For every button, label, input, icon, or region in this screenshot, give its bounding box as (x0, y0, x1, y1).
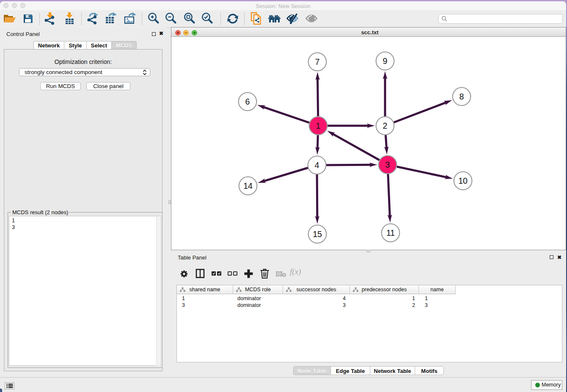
svg-text:9: 9 (383, 56, 388, 66)
svg-text:2: 2 (383, 121, 388, 130)
svg-text:10: 10 (458, 176, 468, 185)
svg-text:14: 14 (243, 181, 253, 190)
svg-text:4: 4 (315, 160, 319, 170)
svg-text:3: 3 (385, 160, 390, 169)
svg-text:1: 1 (316, 121, 321, 130)
svg-text:7: 7 (315, 57, 320, 66)
svg-text:8: 8 (460, 92, 464, 101)
svg-text:6: 6 (245, 97, 250, 106)
svg-text:11: 11 (386, 228, 395, 237)
svg-text:15: 15 (313, 229, 322, 239)
